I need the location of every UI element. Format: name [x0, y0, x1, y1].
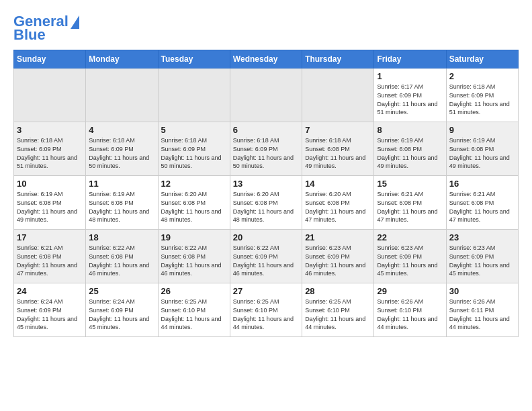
- calendar-cell: 20Sunrise: 6:22 AM Sunset: 6:09 PM Dayli…: [230, 230, 302, 283]
- day-info: Sunrise: 6:19 AM Sunset: 6:08 PM Dayligh…: [17, 190, 83, 224]
- calendar-cell: 15Sunrise: 6:21 AM Sunset: 6:08 PM Dayli…: [374, 176, 446, 230]
- day-number: 14: [305, 179, 371, 189]
- day-number: 10: [17, 179, 83, 189]
- day-number: 13: [233, 179, 299, 189]
- day-number: 30: [449, 286, 515, 296]
- day-number: 15: [377, 179, 443, 189]
- day-number: 6: [233, 125, 299, 135]
- day-number: 11: [89, 179, 154, 189]
- calendar-cell: 9Sunrise: 6:19 AM Sunset: 6:08 PM Daylig…: [446, 122, 518, 176]
- day-info: Sunrise: 6:24 AM Sunset: 6:09 PM Dayligh…: [17, 298, 83, 331]
- calendar-cell: 10Sunrise: 6:19 AM Sunset: 6:08 PM Dayli…: [14, 176, 86, 230]
- calendar-cell: 5Sunrise: 6:18 AM Sunset: 6:09 PM Daylig…: [158, 122, 230, 176]
- day-info: Sunrise: 6:21 AM Sunset: 6:08 PM Dayligh…: [17, 244, 83, 277]
- calendar-cell: 2Sunrise: 6:18 AM Sunset: 6:09 PM Daylig…: [446, 68, 518, 122]
- weekday-header: Saturday: [446, 50, 518, 68]
- day-number: 1: [377, 71, 443, 81]
- calendar-cell: [14, 68, 86, 122]
- day-number: 20: [233, 232, 299, 242]
- day-info: Sunrise: 6:21 AM Sunset: 6:08 PM Dayligh…: [449, 190, 515, 224]
- day-info: Sunrise: 6:23 AM Sunset: 6:09 PM Dayligh…: [377, 244, 443, 277]
- day-info: Sunrise: 6:20 AM Sunset: 6:08 PM Dayligh…: [305, 190, 371, 224]
- calendar-week-row: 10Sunrise: 6:19 AM Sunset: 6:08 PM Dayli…: [14, 176, 519, 230]
- day-number: 2: [449, 71, 515, 81]
- calendar-cell: 13Sunrise: 6:20 AM Sunset: 6:08 PM Dayli…: [230, 176, 302, 230]
- day-info: Sunrise: 6:25 AM Sunset: 6:10 PM Dayligh…: [161, 298, 227, 331]
- logo: General Blue: [13, 13, 79, 43]
- day-number: 26: [161, 286, 227, 296]
- day-info: Sunrise: 6:22 AM Sunset: 6:09 PM Dayligh…: [233, 244, 299, 277]
- weekday-header-row: SundayMondayTuesdayWednesdayThursdayFrid…: [14, 50, 519, 68]
- calendar-cell: [302, 68, 374, 122]
- day-number: 8: [377, 125, 443, 135]
- day-info: Sunrise: 6:20 AM Sunset: 6:08 PM Dayligh…: [233, 190, 299, 224]
- day-info: Sunrise: 6:21 AM Sunset: 6:08 PM Dayligh…: [377, 190, 443, 224]
- calendar-cell: 26Sunrise: 6:25 AM Sunset: 6:10 PM Dayli…: [158, 283, 230, 337]
- day-info: Sunrise: 6:26 AM Sunset: 6:11 PM Dayligh…: [449, 298, 515, 331]
- day-info: Sunrise: 6:24 AM Sunset: 6:09 PM Dayligh…: [89, 298, 154, 331]
- day-number: 7: [305, 125, 371, 135]
- day-info: Sunrise: 6:23 AM Sunset: 6:09 PM Dayligh…: [305, 244, 371, 277]
- day-info: Sunrise: 6:26 AM Sunset: 6:10 PM Dayligh…: [377, 298, 443, 331]
- calendar-cell: 17Sunrise: 6:21 AM Sunset: 6:08 PM Dayli…: [14, 230, 86, 283]
- calendar-cell: 16Sunrise: 6:21 AM Sunset: 6:08 PM Dayli…: [446, 176, 518, 230]
- day-info: Sunrise: 6:17 AM Sunset: 6:09 PM Dayligh…: [377, 83, 443, 116]
- calendar-cell: [86, 68, 158, 122]
- day-number: 29: [377, 286, 443, 296]
- calendar-cell: 30Sunrise: 6:26 AM Sunset: 6:11 PM Dayli…: [446, 283, 518, 337]
- calendar-cell: 27Sunrise: 6:25 AM Sunset: 6:10 PM Dayli…: [230, 283, 302, 337]
- day-info: Sunrise: 6:19 AM Sunset: 6:08 PM Dayligh…: [449, 136, 515, 170]
- logo-icon: [71, 15, 79, 29]
- day-number: 27: [233, 286, 299, 296]
- calendar-week-row: 1Sunrise: 6:17 AM Sunset: 6:09 PM Daylig…: [14, 68, 519, 122]
- day-info: Sunrise: 6:22 AM Sunset: 6:08 PM Dayligh…: [161, 244, 227, 277]
- weekday-header: Monday: [86, 50, 158, 68]
- calendar-week-row: 17Sunrise: 6:21 AM Sunset: 6:08 PM Dayli…: [14, 230, 519, 283]
- weekday-header: Friday: [374, 50, 446, 68]
- day-number: 9: [449, 125, 515, 135]
- weekday-header: Tuesday: [158, 50, 230, 68]
- day-info: Sunrise: 6:18 AM Sunset: 6:08 PM Dayligh…: [305, 136, 371, 170]
- day-info: Sunrise: 6:18 AM Sunset: 6:09 PM Dayligh…: [449, 83, 515, 116]
- calendar-cell: 24Sunrise: 6:24 AM Sunset: 6:09 PM Dayli…: [14, 283, 86, 337]
- weekday-header: Sunday: [14, 50, 86, 68]
- day-info: Sunrise: 6:19 AM Sunset: 6:08 PM Dayligh…: [89, 190, 154, 224]
- calendar-cell: 1Sunrise: 6:17 AM Sunset: 6:09 PM Daylig…: [374, 68, 446, 122]
- calendar-cell: 19Sunrise: 6:22 AM Sunset: 6:08 PM Dayli…: [158, 230, 230, 283]
- day-number: 25: [89, 286, 154, 296]
- day-number: 22: [377, 232, 443, 242]
- day-info: Sunrise: 6:18 AM Sunset: 6:09 PM Dayligh…: [17, 136, 83, 170]
- calendar-cell: 12Sunrise: 6:20 AM Sunset: 6:08 PM Dayli…: [158, 176, 230, 230]
- calendar-cell: 4Sunrise: 6:18 AM Sunset: 6:09 PM Daylig…: [86, 122, 158, 176]
- day-number: 23: [449, 232, 515, 242]
- day-number: 16: [449, 179, 515, 189]
- day-number: 19: [161, 232, 227, 242]
- calendar-cell: [230, 68, 302, 122]
- calendar-cell: 3Sunrise: 6:18 AM Sunset: 6:09 PM Daylig…: [14, 122, 86, 176]
- day-info: Sunrise: 6:23 AM Sunset: 6:09 PM Dayligh…: [449, 244, 515, 277]
- calendar-cell: [158, 68, 230, 122]
- calendar-cell: 23Sunrise: 6:23 AM Sunset: 6:09 PM Dayli…: [446, 230, 518, 283]
- day-info: Sunrise: 6:25 AM Sunset: 6:10 PM Dayligh…: [305, 298, 371, 331]
- calendar-cell: 29Sunrise: 6:26 AM Sunset: 6:10 PM Dayli…: [374, 283, 446, 337]
- weekday-header: Wednesday: [230, 50, 302, 68]
- weekday-header: Thursday: [302, 50, 374, 68]
- calendar-week-row: 24Sunrise: 6:24 AM Sunset: 6:09 PM Dayli…: [14, 283, 519, 337]
- calendar: SundayMondayTuesdayWednesdayThursdayFrid…: [13, 50, 519, 337]
- logo-blue-text: Blue: [13, 27, 46, 43]
- calendar-cell: 22Sunrise: 6:23 AM Sunset: 6:09 PM Dayli…: [374, 230, 446, 283]
- day-number: 4: [89, 125, 154, 135]
- calendar-cell: 8Sunrise: 6:19 AM Sunset: 6:08 PM Daylig…: [374, 122, 446, 176]
- page: General Blue SundayMondayTuesdayWednesda…: [0, 0, 532, 344]
- calendar-cell: 14Sunrise: 6:20 AM Sunset: 6:08 PM Dayli…: [302, 176, 374, 230]
- calendar-cell: 21Sunrise: 6:23 AM Sunset: 6:09 PM Dayli…: [302, 230, 374, 283]
- day-info: Sunrise: 6:18 AM Sunset: 6:09 PM Dayligh…: [161, 136, 227, 170]
- calendar-cell: 7Sunrise: 6:18 AM Sunset: 6:08 PM Daylig…: [302, 122, 374, 176]
- header: General Blue: [13, 13, 519, 43]
- day-info: Sunrise: 6:25 AM Sunset: 6:10 PM Dayligh…: [233, 298, 299, 331]
- day-info: Sunrise: 6:22 AM Sunset: 6:08 PM Dayligh…: [89, 244, 154, 277]
- day-number: 24: [17, 286, 83, 296]
- calendar-cell: 18Sunrise: 6:22 AM Sunset: 6:08 PM Dayli…: [86, 230, 158, 283]
- day-number: 28: [305, 286, 371, 296]
- calendar-cell: 11Sunrise: 6:19 AM Sunset: 6:08 PM Dayli…: [86, 176, 158, 230]
